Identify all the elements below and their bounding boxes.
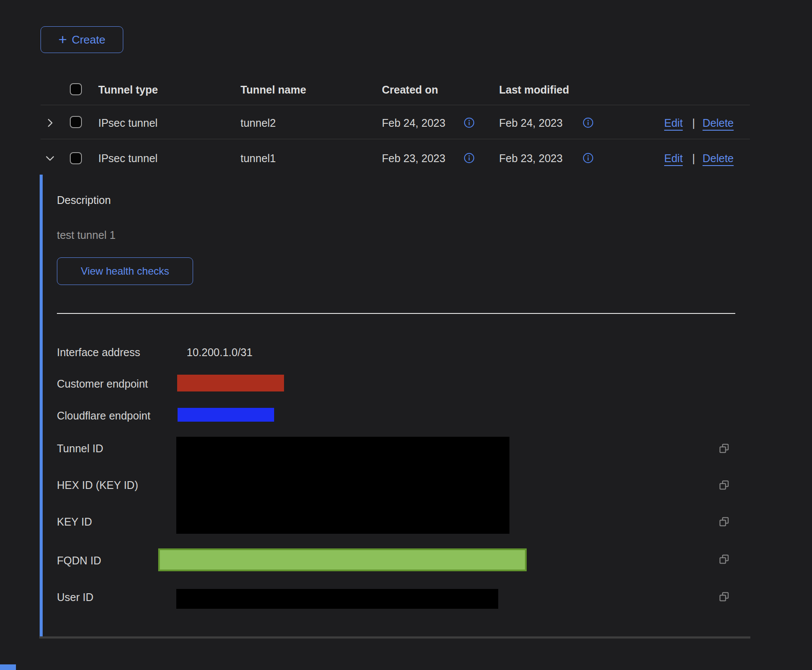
chevron-right-icon [44,117,56,128]
copy-fqdn-id-button[interactable] [718,553,731,566]
copy-tunnel-id-button[interactable] [718,442,731,455]
panel-bottom-divider [39,636,750,639]
user-id-label: User ID [57,591,94,604]
cell-last-modified: Feb 23, 2023 [499,152,562,165]
row-divider [41,139,750,139]
row-checkbox[interactable] [70,116,82,128]
chevron-down-icon [44,153,56,164]
copy-key-id-button[interactable] [718,516,731,529]
edit-link[interactable]: Edit [664,117,683,129]
action-separator: | [692,152,695,165]
select-all-checkbox[interactable] [70,83,82,95]
cell-last-modified: Feb 24, 2023 [499,117,562,129]
cloudflare-endpoint-label: Cloudflare endpoint [57,410,150,422]
panel-divider [57,313,735,314]
info-icon [583,153,593,163]
fqdn-id-redacted-value [158,548,527,571]
interface-address-value: 10.200.1.0/31 [187,346,253,359]
view-health-checks-button[interactable]: View health checks [57,257,193,285]
copy-hex-id-button[interactable] [718,479,731,492]
ids-redacted-value-block [176,437,509,534]
tunnel-id-label: Tunnel ID [57,442,103,455]
copy-icon [718,591,731,604]
created-on-info-button[interactable] [464,153,475,163]
info-icon [583,117,593,128]
cloudflare-endpoint-redacted-value [178,408,274,422]
description-value: test tunnel 1 [57,229,116,241]
info-icon [464,153,475,163]
cell-tunnel-type: IPsec tunnel [98,117,158,129]
user-id-redacted-value [176,589,498,609]
expand-row-button[interactable] [44,117,56,128]
action-separator: | [692,117,695,129]
customer-endpoint-redacted-value [177,375,284,391]
cell-tunnel-name: tunnel2 [240,117,276,129]
cell-tunnel-name: tunnel1 [240,152,276,165]
copy-icon [718,553,731,566]
create-button[interactable]: + Create [41,26,123,53]
copy-user-id-button[interactable] [718,591,731,604]
column-header-last-modified: Last modified [499,84,569,96]
cell-created-on: Feb 24, 2023 [382,117,445,129]
column-header-created-on: Created on [382,84,438,96]
create-button-label: Create [72,33,105,47]
customer-endpoint-label: Customer endpoint [57,378,148,390]
cell-created-on: Feb 23, 2023 [382,152,445,165]
panel-accent-bar [40,175,43,637]
copy-icon [718,442,731,455]
key-id-label: KEY ID [57,516,92,528]
interface-address-label: Interface address [57,346,140,359]
hex-id-label: HEX ID (KEY ID) [57,479,138,492]
edit-link[interactable]: Edit [664,152,683,165]
fqdn-id-label: FQDN ID [57,554,101,567]
header-divider [41,105,750,105]
created-on-info-button[interactable] [464,117,475,128]
delete-link[interactable]: Delete [703,117,734,129]
cell-tunnel-type: IPsec tunnel [98,152,158,165]
description-label: Description [57,194,111,207]
column-header-tunnel-name: Tunnel name [240,84,306,96]
last-modified-info-button[interactable] [583,153,593,163]
copy-icon [718,479,731,492]
last-modified-info-button[interactable] [583,117,593,128]
row-checkbox[interactable] [70,152,82,164]
bottom-left-partial-element [0,664,16,670]
column-header-tunnel-type: Tunnel type [98,84,158,96]
info-icon [464,117,475,128]
copy-icon [718,516,731,529]
tunnels-page: + Create Tunnel type Tunnel name Created… [0,0,812,670]
collapse-row-button[interactable] [44,153,56,164]
delete-link[interactable]: Delete [703,152,734,165]
